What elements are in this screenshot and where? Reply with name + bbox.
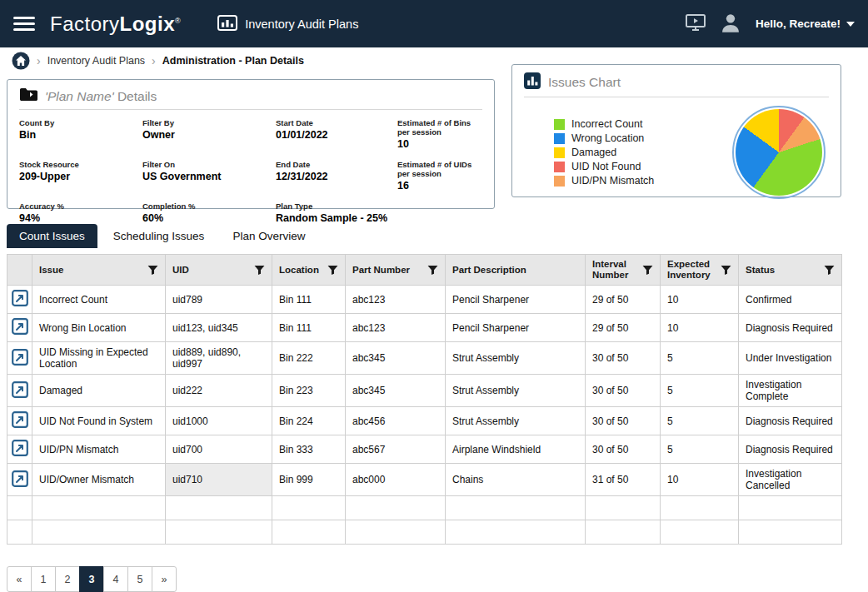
legend-item-wrong-location: Wrong Location	[554, 132, 736, 144]
cell-issue: Wrong Bin Location	[32, 314, 166, 342]
tabs: Count Issues Scheduling Issues Plan Over…	[0, 224, 868, 248]
menu-icon[interactable]	[13, 17, 35, 31]
open-record-icon[interactable]	[12, 411, 28, 428]
page-2-button[interactable]: 2	[55, 566, 80, 592]
table-row-empty	[7, 520, 842, 545]
open-record-icon[interactable]	[12, 440, 28, 456]
cell-part-number: abc000	[346, 464, 446, 496]
cell-interval: 31 of 50	[586, 464, 661, 496]
cell-part-description: Strut Assembly	[446, 342, 586, 375]
filter-icon[interactable]	[721, 265, 731, 276]
filter-icon[interactable]	[427, 265, 438, 276]
header-interval-number: Interval Number	[586, 255, 661, 286]
filter-icon[interactable]	[327, 265, 338, 276]
cell-location: Bin 111	[272, 286, 346, 314]
app-logo: FactoryLogix®	[50, 12, 181, 36]
avatar[interactable]	[719, 12, 742, 37]
open-record-icon[interactable]	[12, 290, 28, 306]
header-icon-col	[7, 255, 32, 286]
cell-status: Diagnosis Required	[739, 435, 842, 464]
user-menu[interactable]: Hello, Recreate!	[756, 17, 855, 30]
legend-label: Wrong Location	[571, 132, 644, 144]
table-row[interactable]: Damaged uid222 Bin 223 abc345 Strut Asse…	[7, 375, 842, 407]
cell-issue: UID Missing in Expected Location	[32, 342, 166, 375]
breadcrumb-item-current: Administration - Plan Details	[162, 55, 304, 67]
legend-swatch	[554, 133, 565, 144]
field-count-by: Count ByBin	[19, 118, 136, 150]
issues-chart-body: Incorrect Count Wrong Location Damaged U…	[512, 97, 841, 196]
open-record-icon[interactable]	[12, 381, 28, 398]
cell-status: Investigation Cancelled	[739, 464, 842, 496]
cell-uid: uid1000	[166, 407, 272, 435]
cell-status: Under Investigation	[739, 342, 842, 375]
field-plan-type: Plan TypeRandom Sample - 25%	[276, 201, 482, 224]
open-record-icon[interactable]	[12, 349, 28, 366]
filter-icon[interactable]	[642, 265, 653, 276]
cell-part-number: abc123	[346, 314, 446, 342]
table-row[interactable]: UID/Owner Mismatch uid710 Bin 999 abc000…	[7, 464, 842, 496]
open-record-icon[interactable]	[12, 318, 28, 335]
cell-part-number: abc345	[346, 375, 446, 407]
table-row[interactable]: Incorrect Count uid789 Bin 111 abc123 Pe…	[7, 286, 842, 314]
page-4-button[interactable]: 4	[103, 566, 128, 592]
open-record-icon[interactable]	[12, 470, 28, 487]
tab-scheduling-issues[interactable]: Scheduling Issues	[101, 224, 217, 248]
header-uid: UID	[166, 255, 272, 286]
plan-details-header: 'Plan Name' Details	[19, 87, 482, 110]
display-share-icon[interactable]	[686, 14, 706, 34]
legend-item-uid-pn-mismatch: UID/PN Mismatch	[554, 175, 736, 187]
header-part-number: Part Number	[346, 255, 446, 286]
header-part-description: Part Description	[446, 255, 586, 286]
tab-count-issues[interactable]: Count Issues	[7, 224, 97, 248]
legend-label: UID/PN Mismatch	[571, 175, 654, 187]
table-row[interactable]: UID Missing in Expected Location uid889,…	[7, 342, 842, 375]
field-filter-on: Filter OnUS Government	[142, 160, 269, 192]
cell-uid: uid123, uid345	[166, 314, 272, 342]
page-last-button[interactable]: »	[152, 566, 177, 592]
page-first-button[interactable]: «	[7, 566, 32, 592]
audit-plans-icon	[217, 14, 237, 33]
table-row[interactable]: Wrong Bin Location uid123, uid345 Bin 11…	[7, 314, 842, 342]
cell-location: Bin 222	[272, 342, 346, 375]
issues-pie-chart	[736, 109, 822, 196]
plan-name-title: 'Plan Name'	[45, 89, 114, 103]
cell-expected: 5	[661, 435, 739, 464]
cell-part-description: Pencil Sharpener	[446, 286, 586, 314]
issues-chart-title: Issues Chart	[548, 75, 621, 90]
page-1-button[interactable]: 1	[31, 566, 56, 592]
cell-issue: UID Not Found in System	[32, 407, 166, 435]
cell-interval: 30 of 50	[586, 375, 661, 407]
cell-part-description: Chains	[446, 464, 586, 496]
legend-swatch	[554, 176, 565, 187]
page-5-button[interactable]: 5	[127, 566, 152, 592]
tab-plan-overview[interactable]: Plan Overview	[220, 224, 317, 248]
filter-icon[interactable]	[147, 265, 158, 276]
caret-down-icon	[846, 22, 855, 27]
cell-expected: 10	[661, 286, 739, 314]
home-icon[interactable]	[12, 52, 30, 70]
cell-location: Bin 224	[272, 407, 346, 435]
cell-interval: 29 of 50	[586, 286, 661, 314]
cell-interval: 30 of 50	[586, 342, 661, 375]
logo-text-bold: Logix	[120, 12, 176, 35]
module-header: Inventory Audit Plans	[217, 14, 358, 33]
table-header-row: Issue UID Location Part Number Part Desc…	[7, 255, 842, 286]
filter-icon[interactable]	[824, 265, 835, 276]
legend-swatch	[554, 119, 565, 130]
header-issue: Issue	[32, 255, 166, 286]
cell-uid: uid710	[166, 464, 272, 496]
table-row[interactable]: UID Not Found in System uid1000 Bin 224 …	[7, 407, 842, 435]
topbar: FactoryLogix® Inventory Audit Plans Hell…	[0, 0, 868, 47]
cell-status: Diagnosis Required	[739, 407, 842, 435]
breadcrumb-item-inventory-audit-plans[interactable]: Inventory Audit Plans	[47, 55, 145, 67]
filter-icon[interactable]	[254, 265, 265, 276]
breadcrumb-separator: ›	[37, 54, 41, 67]
header-location: Location	[272, 255, 346, 286]
table-row[interactable]: UID/PN Mismatch uid700 Bin 333 abc567 Ai…	[7, 435, 842, 464]
cell-expected: 10	[661, 314, 739, 342]
topbar-actions: Hello, Recreate!	[686, 12, 855, 37]
legend-item-uid-not-found: UID Not Found	[554, 161, 736, 172]
cell-status: Investigation Complete	[739, 375, 842, 407]
cell-uid: uid700	[166, 435, 272, 464]
page-3-button[interactable]: 3	[79, 566, 104, 592]
